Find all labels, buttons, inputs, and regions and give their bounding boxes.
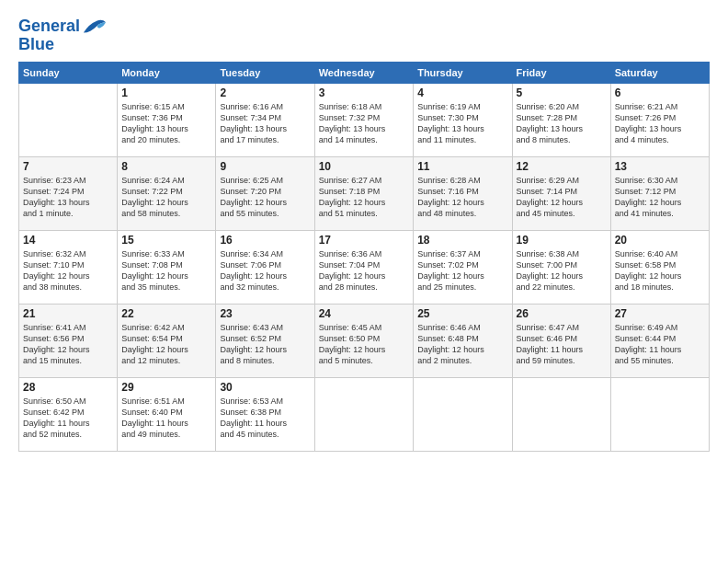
col-header-thursday: Thursday — [414, 63, 512, 84]
calendar-cell: 22Sunrise: 6:42 AM Sunset: 6:54 PM Dayli… — [118, 304, 216, 378]
day-number: 15 — [121, 234, 211, 247]
calendar-table: SundayMondayTuesdayWednesdayThursdayFrid… — [18, 62, 710, 452]
day-number: 9 — [220, 160, 310, 173]
day-number: 4 — [417, 86, 507, 99]
logo-text-blue: Blue — [18, 35, 108, 54]
day-detail: Sunrise: 6:46 AM Sunset: 6:48 PM Dayligh… — [417, 322, 507, 367]
day-detail: Sunrise: 6:18 AM Sunset: 7:32 PM Dayligh… — [319, 101, 409, 146]
day-detail: Sunrise: 6:23 AM Sunset: 7:24 PM Dayligh… — [23, 175, 113, 220]
day-number: 27 — [615, 307, 705, 320]
col-header-friday: Friday — [512, 63, 610, 84]
day-number: 16 — [220, 234, 310, 247]
day-detail: Sunrise: 6:47 AM Sunset: 6:46 PM Dayligh… — [517, 322, 607, 367]
day-number: 28 — [23, 381, 113, 394]
col-header-sunday: Sunday — [19, 63, 118, 84]
day-number: 7 — [23, 160, 113, 173]
col-header-monday: Monday — [118, 63, 216, 84]
calendar-week-row: 28Sunrise: 6:50 AM Sunset: 6:42 PM Dayli… — [19, 378, 710, 452]
day-number: 2 — [220, 86, 310, 99]
day-detail: Sunrise: 6:37 AM Sunset: 7:02 PM Dayligh… — [417, 248, 507, 293]
header: General Blue — [18, 17, 710, 54]
calendar-cell — [512, 378, 610, 452]
calendar-cell: 12Sunrise: 6:29 AM Sunset: 7:14 PM Dayli… — [512, 157, 610, 231]
calendar-cell: 26Sunrise: 6:47 AM Sunset: 6:46 PM Dayli… — [512, 304, 610, 378]
calendar-cell: 2Sunrise: 6:16 AM Sunset: 7:34 PM Daylig… — [216, 84, 314, 157]
day-detail: Sunrise: 6:15 AM Sunset: 7:36 PM Dayligh… — [121, 101, 211, 146]
day-number: 23 — [220, 307, 310, 320]
logo-text-general: General — [18, 17, 80, 36]
day-number: 20 — [615, 234, 705, 247]
calendar-cell: 10Sunrise: 6:27 AM Sunset: 7:18 PM Dayli… — [314, 157, 413, 231]
day-detail: Sunrise: 6:28 AM Sunset: 7:16 PM Dayligh… — [417, 175, 507, 220]
day-detail: Sunrise: 6:36 AM Sunset: 7:04 PM Dayligh… — [319, 248, 409, 293]
day-number: 21 — [23, 307, 113, 320]
logo-bird-icon — [82, 17, 108, 37]
day-number: 8 — [121, 160, 211, 173]
day-detail: Sunrise: 6:29 AM Sunset: 7:14 PM Dayligh… — [517, 175, 607, 220]
day-number: 30 — [220, 381, 310, 394]
col-header-tuesday: Tuesday — [216, 63, 314, 84]
day-detail: Sunrise: 6:21 AM Sunset: 7:26 PM Dayligh… — [615, 101, 705, 146]
page: General Blue SundayMondayTuesdayWednesda… — [0, 0, 728, 563]
day-detail: Sunrise: 6:20 AM Sunset: 7:28 PM Dayligh… — [517, 101, 607, 146]
day-detail: Sunrise: 6:45 AM Sunset: 6:50 PM Dayligh… — [319, 322, 409, 367]
calendar-cell: 27Sunrise: 6:49 AM Sunset: 6:44 PM Dayli… — [610, 304, 709, 378]
calendar-cell: 17Sunrise: 6:36 AM Sunset: 7:04 PM Dayli… — [314, 231, 413, 304]
calendar-cell: 29Sunrise: 6:51 AM Sunset: 6:40 PM Dayli… — [118, 378, 216, 452]
day-detail: Sunrise: 6:25 AM Sunset: 7:20 PM Dayligh… — [220, 175, 310, 220]
calendar-cell — [414, 378, 512, 452]
calendar-cell: 28Sunrise: 6:50 AM Sunset: 6:42 PM Dayli… — [19, 378, 118, 452]
day-number: 19 — [517, 234, 607, 247]
day-number: 29 — [121, 381, 211, 394]
day-detail: Sunrise: 6:40 AM Sunset: 6:58 PM Dayligh… — [615, 248, 705, 293]
day-number: 14 — [23, 234, 113, 247]
calendar-cell: 16Sunrise: 6:34 AM Sunset: 7:06 PM Dayli… — [216, 231, 314, 304]
calendar-cell: 4Sunrise: 6:19 AM Sunset: 7:30 PM Daylig… — [414, 84, 512, 157]
day-number: 12 — [517, 160, 607, 173]
day-detail: Sunrise: 6:41 AM Sunset: 6:56 PM Dayligh… — [23, 322, 113, 367]
logo: General Blue — [18, 17, 108, 54]
calendar-cell: 9Sunrise: 6:25 AM Sunset: 7:20 PM Daylig… — [216, 157, 314, 231]
calendar-week-row: 14Sunrise: 6:32 AM Sunset: 7:10 PM Dayli… — [19, 231, 710, 304]
day-detail: Sunrise: 6:42 AM Sunset: 6:54 PM Dayligh… — [121, 322, 211, 367]
day-number: 26 — [517, 307, 607, 320]
day-detail: Sunrise: 6:27 AM Sunset: 7:18 PM Dayligh… — [319, 175, 409, 220]
calendar-week-row: 7Sunrise: 6:23 AM Sunset: 7:24 PM Daylig… — [19, 157, 710, 231]
calendar-cell: 8Sunrise: 6:24 AM Sunset: 7:22 PM Daylig… — [118, 157, 216, 231]
day-detail: Sunrise: 6:33 AM Sunset: 7:08 PM Dayligh… — [121, 248, 211, 293]
calendar-cell: 1Sunrise: 6:15 AM Sunset: 7:36 PM Daylig… — [118, 84, 216, 157]
calendar-cell: 15Sunrise: 6:33 AM Sunset: 7:08 PM Dayli… — [118, 231, 216, 304]
day-detail: Sunrise: 6:30 AM Sunset: 7:12 PM Dayligh… — [615, 175, 705, 220]
day-number: 11 — [417, 160, 507, 173]
calendar-cell: 6Sunrise: 6:21 AM Sunset: 7:26 PM Daylig… — [610, 84, 709, 157]
day-detail: Sunrise: 6:24 AM Sunset: 7:22 PM Dayligh… — [121, 175, 211, 220]
day-number: 17 — [319, 234, 409, 247]
calendar-cell: 24Sunrise: 6:45 AM Sunset: 6:50 PM Dayli… — [314, 304, 413, 378]
day-detail: Sunrise: 6:32 AM Sunset: 7:10 PM Dayligh… — [23, 248, 113, 293]
day-detail: Sunrise: 6:34 AM Sunset: 7:06 PM Dayligh… — [220, 248, 310, 293]
day-number: 5 — [517, 86, 607, 99]
calendar-week-row: 21Sunrise: 6:41 AM Sunset: 6:56 PM Dayli… — [19, 304, 710, 378]
calendar-cell: 21Sunrise: 6:41 AM Sunset: 6:56 PM Dayli… — [19, 304, 118, 378]
calendar-cell: 3Sunrise: 6:18 AM Sunset: 7:32 PM Daylig… — [314, 84, 413, 157]
day-detail: Sunrise: 6:49 AM Sunset: 6:44 PM Dayligh… — [615, 322, 705, 367]
day-number: 3 — [319, 86, 409, 99]
calendar-cell: 13Sunrise: 6:30 AM Sunset: 7:12 PM Dayli… — [610, 157, 709, 231]
day-detail: Sunrise: 6:16 AM Sunset: 7:34 PM Dayligh… — [220, 101, 310, 146]
day-number: 24 — [319, 307, 409, 320]
calendar-cell: 30Sunrise: 6:53 AM Sunset: 6:38 PM Dayli… — [216, 378, 314, 452]
day-number: 10 — [319, 160, 409, 173]
day-number: 18 — [417, 234, 507, 247]
calendar-cell: 19Sunrise: 6:38 AM Sunset: 7:00 PM Dayli… — [512, 231, 610, 304]
day-number: 6 — [615, 86, 705, 99]
day-detail: Sunrise: 6:50 AM Sunset: 6:42 PM Dayligh… — [23, 396, 113, 441]
calendar-cell: 11Sunrise: 6:28 AM Sunset: 7:16 PM Dayli… — [414, 157, 512, 231]
day-number: 22 — [121, 307, 211, 320]
day-detail: Sunrise: 6:53 AM Sunset: 6:38 PM Dayligh… — [220, 396, 310, 441]
day-detail: Sunrise: 6:19 AM Sunset: 7:30 PM Dayligh… — [417, 101, 507, 146]
day-detail: Sunrise: 6:51 AM Sunset: 6:40 PM Dayligh… — [121, 396, 211, 441]
day-detail: Sunrise: 6:43 AM Sunset: 6:52 PM Dayligh… — [220, 322, 310, 367]
calendar-cell — [19, 84, 118, 157]
calendar-cell: 25Sunrise: 6:46 AM Sunset: 6:48 PM Dayli… — [414, 304, 512, 378]
calendar-header-row: SundayMondayTuesdayWednesdayThursdayFrid… — [19, 63, 710, 84]
